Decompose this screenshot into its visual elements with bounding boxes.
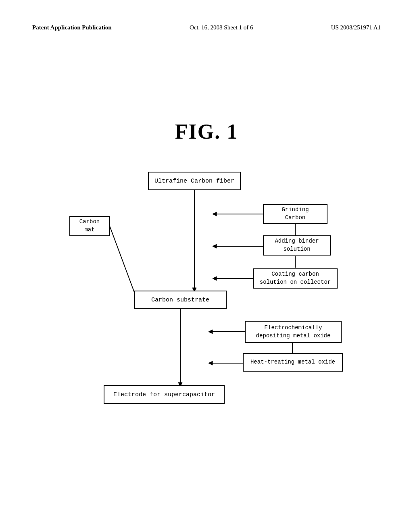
header-publication-label: Patent Application Publication <box>32 24 112 31</box>
header-date-sheet: Oct. 16, 2008 Sheet 1 of 6 <box>190 24 253 31</box>
svg-marker-9 <box>213 276 217 281</box>
header-patent-number: US 2008/251971 A1 <box>331 24 381 31</box>
svg-marker-15 <box>209 330 213 334</box>
svg-marker-5 <box>213 212 217 216</box>
figure-title: FIG. 1 <box>32 120 381 143</box>
page-container: Patent Application Publication Oct. 16, … <box>0 0 413 532</box>
svg-line-2 <box>110 226 137 300</box>
page-header: Patent Application Publication Oct. 16, … <box>32 24 381 31</box>
box-ultrafine-carbon-fiber: Ultrafine Carbon fiber <box>148 172 241 190</box>
box-adding-binder: Adding binder solution <box>263 235 331 256</box>
svg-marker-7 <box>213 244 217 248</box>
box-electrode-supercapacitor: Electrode for supercapacitor <box>104 385 225 404</box>
svg-marker-17 <box>209 361 213 365</box>
box-grinding-carbon: GrindingCarbon <box>263 204 327 224</box>
box-coating-carbon: Coating carbonsolution on collector <box>253 268 338 289</box>
box-electrochemically-depositing: Electrochemicallydepositing metal oxide <box>245 321 342 343</box>
box-carbon-mat: Carbon mat <box>69 216 110 236</box>
box-heat-treating: Heat-treating metal oxide <box>243 353 343 372</box>
box-carbon-substrate: Carbon substrate <box>134 291 227 309</box>
diagram-container: Ultrafine Carbon fiber Carbon mat Grindi… <box>65 168 348 426</box>
